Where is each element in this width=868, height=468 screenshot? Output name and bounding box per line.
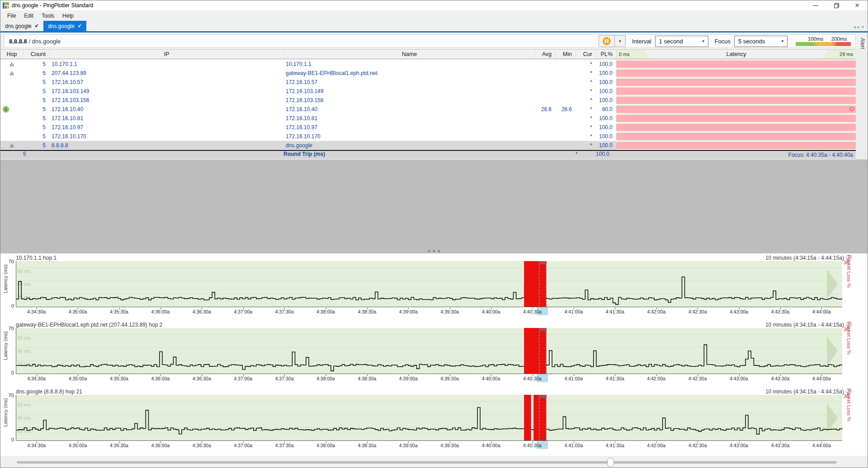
cur-cell: *	[576, 132, 596, 141]
x-tick-label: 4:37:30a	[275, 443, 294, 448]
col-header-count[interactable]: Count	[23, 50, 49, 59]
name-cell: 172.16.10.170	[283, 132, 535, 141]
tab-scroll-arrows[interactable]: ◂▸▾	[854, 24, 866, 29]
restore-button[interactable]	[826, 0, 847, 10]
graph-plot-area[interactable]: 60 ms40 ms20 ms	[16, 261, 842, 307]
x-tick-label: 4:38:30a	[358, 376, 376, 381]
name-cell: 172.16.103.156	[283, 96, 535, 105]
pause-button[interactable]	[599, 35, 615, 47]
hop-cell	[0, 60, 23, 69]
x-tick-label: 4:37:00a	[234, 443, 252, 448]
menu-help[interactable]: Help	[58, 11, 78, 20]
cur-cell: *	[576, 78, 596, 87]
col-header-ip[interactable]: IP	[49, 50, 283, 59]
table-row[interactable]: 65172.16.10.40172.16.10.4028.628.6*80.0	[0, 105, 856, 114]
x-tick-label: 4:42:00a	[647, 309, 665, 314]
time-scrollbar-track[interactable]	[17, 461, 837, 463]
menu-file[interactable]: File	[3, 11, 20, 20]
x-tick-label: 4:36:00a	[151, 376, 170, 381]
table-row[interactable]: 5172.16.10.97172.16.10.97*100.0	[0, 123, 856, 132]
table-row[interactable]: 5172.16.10.170172.16.10.170*100.0	[0, 132, 856, 141]
toolbar: 8.8.8.8 / dns.google ▼ Interval 1 second…	[0, 33, 868, 49]
packet-loss-bar	[616, 133, 856, 140]
menu-edit[interactable]: Edit	[20, 11, 38, 20]
graph-range-label: 10 minutes (4:34:15a - 4:44:15a)	[765, 388, 844, 395]
ip-cell: 172.16.10.81	[49, 114, 283, 123]
table-row[interactable]: 5172.16.10.57172.16.10.57*100.0	[0, 78, 856, 87]
graph-title-row: gateway-BE1-EPHBlocal1.eph.ptd.net (207.…	[16, 321, 852, 328]
table-header: Hop Count IP Name Avg Min Cur PL% 0 ms L…	[0, 49, 856, 59]
x-tick-label: 4:34:30a	[27, 376, 46, 381]
cur-cell: *	[576, 114, 596, 123]
avg-cell	[535, 114, 555, 123]
cur-cell: *	[576, 123, 596, 132]
col-header-latency[interactable]: 0 ms Latency 29 ms	[616, 50, 856, 59]
x-tick-label: 4:42:30a	[689, 443, 707, 448]
panel-gap	[0, 159, 868, 253]
count-cell: 5	[23, 96, 49, 105]
ip-cell: 172.16.10.170	[49, 132, 283, 141]
packet-loss-axis-label: Packet Loss %	[846, 322, 852, 357]
svg-text:40 ms: 40 ms	[17, 415, 31, 421]
table-row[interactable]: 5207.44.123.89gateway-BE1-EPHBlocal1.eph…	[0, 69, 856, 78]
latency-cell	[616, 123, 856, 132]
graph-range: 10 minutes (4:34:15a - 4:44:15a)˅	[765, 255, 852, 261]
graph-plot-area[interactable]: 60 ms40 ms20 ms	[16, 328, 842, 374]
splitter-handle[interactable]	[428, 250, 440, 252]
ip-cell: 172.16.103.156	[49, 96, 283, 105]
col-header-name[interactable]: Name	[283, 50, 535, 59]
time-scrollbar-thumb[interactable]	[607, 458, 614, 467]
table-row[interactable]: 5172.16.103.156172.16.103.156*100.0	[0, 96, 856, 105]
avg-cell	[535, 78, 555, 87]
x-tick-label: 4:41:00a	[564, 443, 583, 448]
pause-dropdown-button[interactable]: ▼	[615, 35, 626, 47]
ip-cell: 172.16.10.97	[49, 123, 283, 132]
col-header-min[interactable]: Min	[555, 50, 576, 59]
focus-select[interactable]: 5 seconds▼	[734, 36, 788, 47]
x-tick-label: 4:35:00a	[69, 443, 87, 448]
x-tick-label: 4:42:30a	[689, 309, 707, 314]
packet-loss-bar	[616, 70, 856, 77]
hop-cell	[0, 78, 23, 87]
table-row[interactable]: 58.8.8.8dns.google*100.0	[0, 141, 856, 150]
table-row[interactable]: 510.170.1.110.170.1.1*100.0	[0, 60, 856, 69]
tab-dns.google-1[interactable]: dns.google✔	[43, 21, 86, 31]
table-row[interactable]: 5172.16.103.149172.16.103.149*100.0	[0, 87, 856, 96]
graph-x-axis: 4:34:30a4:35:00a4:35:30a4:36:00a4:36:30a…	[16, 374, 842, 382]
col-header-avg[interactable]: Avg	[535, 50, 555, 59]
graph-range: 10 minutes (4:34:15a - 4:44:15a)˅	[765, 388, 852, 395]
col-header-pl[interactable]: PL%	[596, 50, 616, 59]
min-cell	[555, 123, 576, 132]
graph-plot-area[interactable]: 60 ms40 ms20 ms	[16, 395, 842, 441]
col-header-hop[interactable]: Hop	[0, 50, 23, 59]
latency-cell	[616, 141, 856, 150]
graph-title-row: 10.170.1.1 hop 110 minutes (4:34:15a - 4…	[16, 254, 852, 261]
cur-cell: *	[576, 96, 596, 105]
tab-dns.google-0[interactable]: dns.google✔	[0, 21, 43, 31]
x-tick-label: 4:40:00a	[482, 309, 500, 314]
close-button[interactable]: ✕	[847, 0, 868, 10]
target-ip: 8.8.8.8	[9, 38, 27, 45]
title-bar: dns.google - PingPlotter Standard — ✕	[0, 0, 868, 10]
pl-cell: 100.0	[596, 114, 616, 123]
cur-cell: *	[576, 105, 596, 114]
count-cell: 5	[23, 69, 49, 78]
latency-gradient-bar	[796, 42, 851, 46]
hop-cell	[0, 87, 23, 96]
table-right-gutter	[856, 49, 868, 159]
svg-text:40 ms: 40 ms	[17, 348, 31, 354]
minimize-button[interactable]: —	[805, 0, 826, 10]
pingplotter-window: dns.google - PingPlotter Standard — ✕ Fi…	[0, 0, 868, 468]
y-axis-min: 0	[4, 437, 14, 442]
graph-range: 10 minutes (4:34:15a - 4:44:15a)˅	[765, 322, 852, 328]
round-trip-row[interactable]: 5 Round Trip (ms) * 100.0 Focus: 4:40:35…	[0, 150, 856, 159]
target-summary: 8.8.8.8 / dns.google	[9, 38, 61, 45]
interval-select[interactable]: 1 second▼	[655, 36, 708, 47]
avg-cell	[535, 87, 555, 96]
table-row[interactable]: 5172.16.10.81172.16.10.81*100.0	[0, 114, 856, 123]
x-tick-label: 4:39:00a	[399, 309, 418, 314]
menu-tools[interactable]: Tools	[38, 11, 58, 20]
col-header-cur[interactable]: Cur	[576, 50, 596, 59]
y-axis-label: Latency (ms)	[3, 330, 8, 361]
packet-loss-bar	[616, 61, 856, 68]
